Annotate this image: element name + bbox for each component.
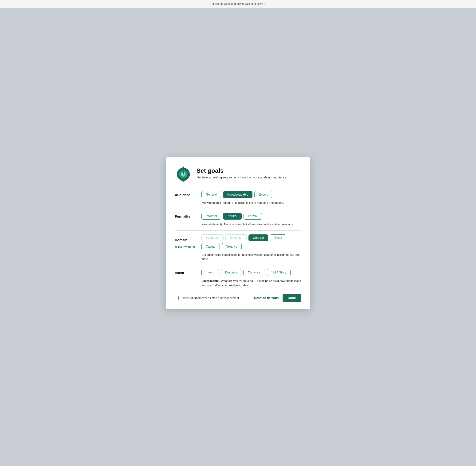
- intent-inform-btn[interactable]: Inform: [201, 269, 219, 276]
- domain-label: Domain: [175, 236, 201, 242]
- domain-description: Get customized suggestions for business …: [201, 253, 301, 261]
- formality-informal-btn[interactable]: Informal: [201, 213, 221, 220]
- modal-overlay: Set goals Get tailored writing suggestio…: [0, 0, 476, 466]
- show-goals-label[interactable]: Show Set Goals when I start a new docume…: [175, 296, 239, 300]
- intent-tell-a-story-btn[interactable]: Tell A Story: [267, 269, 290, 276]
- modal-header: Set goals Get tailored writing suggestio…: [175, 165, 301, 182]
- formality-description: Neutral (default): Restricts slang but a…: [201, 222, 301, 227]
- intent-describe-btn[interactable]: Describe: [221, 269, 242, 276]
- intent-description: Experimental. What are you trying to do?…: [201, 279, 301, 288]
- audience-label: Audience: [175, 191, 201, 197]
- intent-convince-btn[interactable]: Convince: [243, 269, 265, 276]
- premium-row: ◇ Go Premium: [175, 245, 201, 249]
- modal: Set goals Get tailored writing suggestio…: [166, 157, 310, 309]
- modal-title: Set goals: [197, 167, 287, 174]
- audience-btn-group: General Knowledgeable Expert: [201, 191, 301, 198]
- go-premium-link[interactable]: ◇ Go Premium: [175, 245, 195, 249]
- reset-button[interactable]: Reset to defaults: [254, 296, 279, 300]
- domain-business-btn[interactable]: Business: [225, 234, 247, 241]
- premium-label: Go Premium: [178, 245, 195, 248]
- domain-label-col: Domain ◇ Go Premium: [175, 234, 201, 251]
- formality-formal-btn[interactable]: Formal: [244, 213, 262, 220]
- intent-desc-bold: Experimental.: [201, 279, 220, 282]
- diamond-icon: ◇: [175, 245, 177, 249]
- audience-section: Audience General Knowledgeable Expert Kn…: [175, 191, 301, 205]
- audience-general-btn[interactable]: General: [201, 191, 221, 198]
- show-goals-checkbox[interactable]: [175, 296, 179, 300]
- modal-subtitle: Get tailored writing suggestions based o…: [197, 176, 287, 179]
- divider-4: [175, 265, 301, 265]
- footer-actions: Reset to defaults Done: [254, 294, 301, 302]
- domain-content: Academic Business General Email Casual C…: [201, 234, 301, 261]
- intent-label: Intent: [175, 269, 201, 275]
- domain-email-btn[interactable]: Email: [270, 234, 286, 241]
- audience-content: General Knowledgeable Expert Knowledgeab…: [201, 191, 301, 205]
- domain-creative-btn[interactable]: Creative: [222, 243, 242, 250]
- domain-general-btn[interactable]: General: [248, 234, 268, 241]
- domain-btn-group: Academic Business General Email Casual C…: [201, 234, 301, 250]
- formality-neutral-btn[interactable]: Neutral: [223, 213, 242, 220]
- intent-section: Intent Inform Describe Convince Tell A S…: [175, 269, 301, 288]
- intent-content: Inform Describe Convince Tell A Story Ex…: [201, 269, 301, 288]
- domain-academic-btn[interactable]: Academic: [201, 234, 223, 241]
- target-icon: [175, 165, 192, 182]
- formality-content: Informal Neutral Formal Neutral (default…: [201, 213, 301, 227]
- show-goals-text: Show Set Goals when I start a new docume…: [181, 296, 239, 300]
- divider-1: [175, 187, 301, 187]
- domain-section: Domain ◇ Go Premium Academic Business Ge…: [175, 234, 301, 261]
- formality-section: Formality Informal Neutral Formal Neutra…: [175, 213, 301, 227]
- modal-header-text: Set goals Get tailored writing suggestio…: [197, 167, 287, 179]
- footer: Show Set Goals when I start a new docume…: [175, 294, 301, 302]
- domain-casual-btn[interactable]: Casual: [201, 243, 220, 250]
- divider-3: [175, 230, 301, 231]
- formality-label: Formality: [175, 213, 201, 219]
- intent-btn-group: Inform Describe Convince Tell A Story: [201, 269, 301, 276]
- audience-description: Knowledgeable (default): Requires focus …: [201, 201, 301, 205]
- svg-marker-5: [183, 166, 184, 168]
- divider-2: [175, 209, 301, 209]
- formality-btn-group: Informal Neutral Formal: [201, 213, 301, 220]
- audience-knowledgeable-btn[interactable]: Knowledgeable: [223, 191, 253, 198]
- done-button[interactable]: Done: [283, 294, 302, 302]
- audience-expert-btn[interactable]: Expert: [254, 191, 272, 198]
